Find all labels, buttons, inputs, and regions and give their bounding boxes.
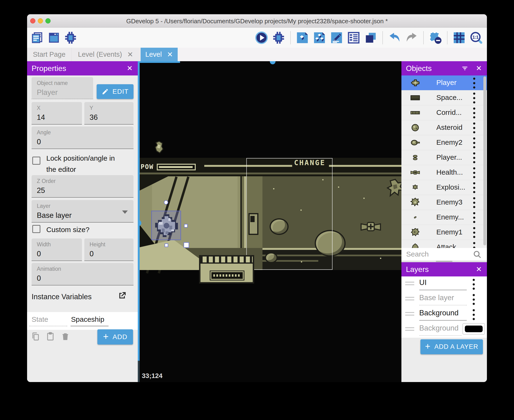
- panel-divider[interactable]: [401, 261, 487, 262]
- close-tab-icon[interactable]: ✕: [167, 51, 173, 58]
- object-list-item-enemy1[interactable]: Enemy1: [401, 225, 487, 240]
- mask-icon[interactable]: [429, 31, 442, 45]
- debris-sprite[interactable]: [387, 179, 401, 200]
- layer-list-item-baselayer[interactable]: Base layer: [401, 292, 487, 307]
- object-list-item-enemy2[interactable]: Enemy2: [401, 135, 487, 150]
- player-ship-sprite[interactable]: [153, 212, 180, 239]
- layer-menu-icon[interactable]: [473, 309, 475, 320]
- object-list-item-space[interactable]: Space...: [401, 90, 487, 105]
- layer-color-swatch[interactable]: [462, 323, 485, 335]
- add-layer-button[interactable]: + ADD A LAYER: [420, 339, 483, 354]
- object-menu-icon[interactable]: [473, 212, 476, 223]
- undo-icon[interactable]: [388, 31, 401, 45]
- dock-structure[interactable]: [199, 255, 254, 284]
- object-list-item-enemy3[interactable]: Enemy3: [401, 195, 487, 210]
- height-label: Height: [90, 241, 133, 248]
- debugger-icon[interactable]: [64, 31, 77, 45]
- object-list-item-health[interactable]: Health...: [401, 165, 487, 180]
- lock-position-checkbox[interactable]: [32, 157, 40, 165]
- layer-menu-icon[interactable]: [473, 294, 475, 305]
- scene-top-handle[interactable]: [270, 61, 276, 64]
- paste-icon[interactable]: [46, 332, 55, 341]
- zoom-1-1-icon[interactable]: 1:1: [469, 31, 483, 45]
- open-in-new-icon[interactable]: [117, 291, 127, 300]
- grid-icon[interactable]: [452, 31, 466, 45]
- y-position-field[interactable]: Y 36: [84, 102, 133, 125]
- close-panel-icon[interactable]: ✕: [475, 266, 483, 273]
- close-panel-icon[interactable]: ✕: [126, 65, 133, 72]
- drag-handle-icon[interactable]: [405, 327, 414, 332]
- scene-left-guide[interactable]: [138, 61, 140, 361]
- object-list-item-enemy[interactable]: Enemy...: [401, 210, 487, 225]
- layer-color-swatch-fill: [465, 326, 483, 332]
- filter-icon[interactable]: [461, 65, 468, 72]
- close-panel-icon[interactable]: ✕: [475, 65, 483, 72]
- resize-handle[interactable]: [184, 242, 189, 248]
- z-order-field[interactable]: Z Order 25: [31, 175, 133, 198]
- object-menu-icon[interactable]: [473, 197, 476, 208]
- layer-select[interactable]: Layer Base layer: [31, 200, 133, 223]
- width-field[interactable]: Width 0: [31, 239, 82, 261]
- scene-top-guide[interactable]: [140, 61, 180, 63]
- redo-icon[interactable]: [405, 31, 419, 45]
- search-input[interactable]: [406, 249, 470, 259]
- layer-menu-icon[interactable]: [473, 279, 475, 290]
- instances-list-icon[interactable]: [347, 31, 361, 45]
- object-menu-icon[interactable]: [473, 93, 476, 104]
- drag-handle-icon[interactable]: [405, 282, 414, 287]
- tab-level[interactable]: Level ✕: [141, 48, 178, 61]
- object-icon[interactable]: [295, 31, 309, 45]
- copy-icon[interactable]: [31, 332, 40, 341]
- variable-name-cell[interactable]: State: [29, 315, 67, 326]
- custom-size-checkbox[interactable]: [32, 225, 40, 233]
- object-list-item-corrid[interactable]: Corrid...: [401, 105, 487, 120]
- drag-handle-icon[interactable]: [405, 312, 414, 317]
- objects-group-icon[interactable]: [313, 31, 326, 45]
- object-menu-icon[interactable]: [473, 167, 476, 178]
- layer-list-item-ui[interactable]: UI: [401, 277, 487, 292]
- object-menu-icon[interactable]: [473, 122, 476, 133]
- windows-icon[interactable]: [47, 31, 61, 45]
- tab-level-events[interactable]: Level (Events) ✕: [71, 48, 140, 61]
- star-dot: [380, 258, 381, 259]
- object-list-item-explosi[interactable]: Explosi...: [401, 180, 487, 195]
- close-tab-icon[interactable]: ✕: [127, 51, 133, 58]
- objects-scrollbar[interactable]: [483, 76, 486, 245]
- object-menu-icon[interactable]: [473, 137, 476, 148]
- height-field[interactable]: Height 0: [84, 239, 133, 261]
- title-bar: GDevelop 5 - /Users/florian/Documents/GD…: [27, 14, 487, 28]
- rotate-handle[interactable]: [164, 200, 168, 204]
- object-menu-icon[interactable]: [473, 152, 476, 163]
- object-menu-icon[interactable]: [473, 242, 476, 248]
- trash-icon[interactable]: [61, 332, 70, 341]
- object-list-item-attack[interactable]: Attack...: [401, 240, 487, 248]
- object-list-item-player[interactable]: Player: [401, 75, 487, 90]
- health-pickup-sprite[interactable]: [360, 219, 382, 234]
- object-menu-icon[interactable]: [473, 78, 476, 89]
- play-icon[interactable]: [255, 31, 269, 45]
- resize-handle[interactable]: [165, 243, 168, 247]
- search-icon: [473, 250, 482, 259]
- animation-field[interactable]: Animation 0: [31, 263, 133, 285]
- add-variable-button[interactable]: + ADD: [97, 329, 133, 345]
- object-menu-icon[interactable]: [473, 182, 476, 193]
- angle-field[interactable]: Angle 0: [31, 127, 133, 149]
- debug-icon[interactable]: [272, 31, 285, 45]
- tab-start-page[interactable]: Start Page: [27, 48, 71, 61]
- resize-handle[interactable]: [184, 224, 188, 228]
- small-enemy-sprite[interactable]: [154, 141, 164, 154]
- layer-list-item-background[interactable]: Background: [401, 307, 487, 322]
- project-manager-icon[interactable]: [31, 31, 44, 45]
- object-menu-icon[interactable]: [473, 227, 476, 238]
- divider-grip[interactable]: [436, 261, 453, 262]
- x-position-field[interactable]: X 14: [31, 102, 82, 125]
- edit-icon[interactable]: [330, 31, 344, 45]
- layers-stack-icon[interactable]: [364, 31, 378, 45]
- variable-value-cell[interactable]: Spaceship: [70, 315, 108, 326]
- object-list-item-player[interactable]: Player...: [401, 150, 487, 165]
- object-list-item-asteroid[interactable]: Asteroid: [401, 120, 487, 135]
- object-menu-icon[interactable]: [473, 107, 476, 118]
- edit-object-button[interactable]: EDIT: [97, 84, 133, 99]
- scene-editor-canvas[interactable]: POW CHANGE: [138, 61, 401, 382]
- drag-handle-icon[interactable]: [405, 297, 414, 302]
